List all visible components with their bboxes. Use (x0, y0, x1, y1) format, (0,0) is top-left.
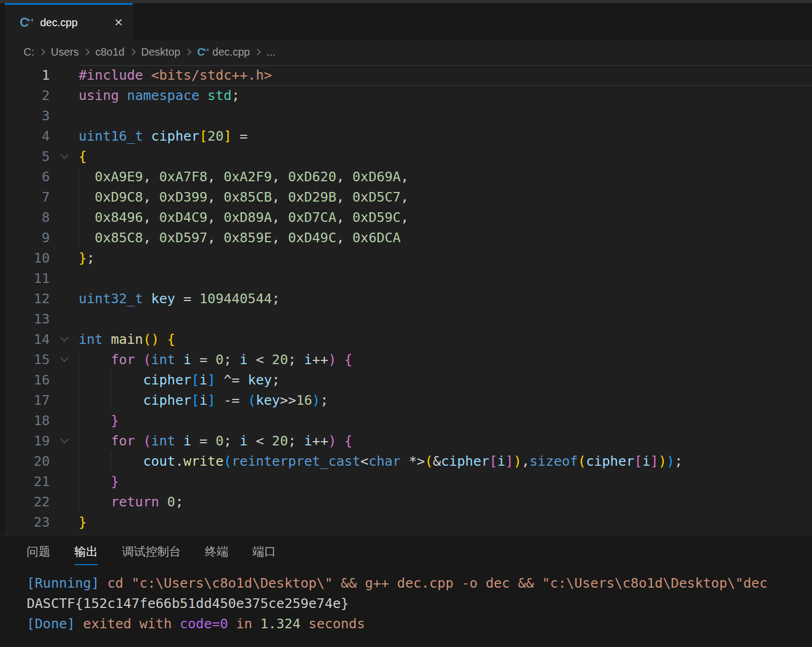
code-line-20[interactable]: 20 cout.write(reinterpret_cast<char *>(&… (5, 451, 812, 472)
code-token: i (183, 352, 191, 367)
code-token: [ (634, 453, 642, 469)
code-line-13[interactable]: 13 (5, 309, 812, 329)
code-token: ; (175, 494, 183, 510)
code-line-14[interactable]: 14int main() { (5, 329, 812, 350)
breadcrumb-item-c[interactable]: C: (24, 46, 34, 58)
code-token: cipher (143, 392, 191, 408)
code-token: ] (208, 372, 216, 388)
fold-chevron-icon[interactable] (60, 151, 68, 159)
code-token: ] (505, 453, 514, 469)
code-token: ; (224, 433, 240, 449)
line-number: 18 (5, 411, 50, 431)
code-token: 0xD4C9 (159, 210, 208, 225)
output-content[interactable]: [Running] cd "c:\Users\c8o1d\Desktop\" &… (0, 565, 812, 634)
code-line-10[interactable]: 10}; (5, 248, 812, 268)
fold-chevron-icon[interactable] (60, 334, 68, 342)
code-token: ++ (312, 352, 328, 367)
code-text: for (int i = 0; i < 20; i++) { (79, 431, 812, 451)
code-token: 109440544 (200, 291, 272, 306)
code-line-9[interactable]: 9 0x85C8, 0xD597, 0x859E, 0xD49C, 0x6DCA (5, 228, 812, 248)
code-token: i (642, 453, 650, 469)
code-token (143, 128, 151, 144)
line-number: 4 (5, 126, 50, 147)
output-token: [Running] (27, 575, 99, 591)
line-number: 13 (5, 309, 50, 329)
code-token: 0xD399 (159, 189, 208, 205)
code-line-1[interactable]: 1#include <bits/stdc++.h> (5, 65, 812, 86)
line-number: 21 (5, 472, 50, 492)
code-token: , (143, 189, 159, 205)
code-token: namespace (127, 88, 199, 103)
fold-chevron-icon[interactable] (60, 435, 68, 444)
code-line-21[interactable]: 21 } (5, 472, 812, 492)
code-token: , (272, 230, 288, 245)
code-line-18[interactable]: 18 } (5, 411, 812, 431)
code-line-15[interactable]: 15 for (int i = 0; i < 20; i++) { (5, 350, 812, 370)
breadcrumb-item-c8o1d[interactable]: c8o1d (95, 46, 125, 58)
code-line-19[interactable]: 19 for (int i = 0; i < 20; i++) { (5, 431, 812, 451)
code-token: ^= (216, 372, 248, 388)
code-line-7[interactable]: 7 0xD9C8, 0xD399, 0x85CB, 0xD29B, 0xD5C7… (5, 187, 812, 207)
panel-tab-debug-console[interactable]: 调试控制台 (122, 544, 181, 564)
code-token (79, 494, 111, 510)
line-number: 14 (5, 329, 50, 350)
breadcrumb-item-deccpp[interactable]: C++dec.cpp (197, 46, 250, 58)
cpp-file-icon: C++ (197, 46, 209, 58)
code-line-11[interactable]: 11 (5, 268, 812, 289)
code-token: [ (191, 372, 200, 388)
code-token: ; (675, 453, 683, 469)
code-line-16[interactable]: 16 cipher[i] ^= key; (5, 370, 812, 390)
indent-guide (111, 451, 111, 472)
code-token: 20 (208, 128, 224, 144)
code-token: 0x85CB (224, 189, 272, 205)
code-editor[interactable]: 1#include <bits/stdc++.h>2using namespac… (5, 64, 812, 535)
breadcrumb-label: C: (24, 46, 34, 58)
code-token: , (336, 189, 353, 205)
code-line-6[interactable]: 6 0xA9E9, 0xA7F8, 0xA2F9, 0xD620, 0xD69A… (5, 167, 812, 187)
breadcrumb-item-more[interactable]: ... (266, 46, 275, 58)
output-line: DASCTF{152c147fe66b51dd450e375ce259e74e} (27, 594, 812, 614)
code-token: } (111, 474, 119, 489)
code-token: -= (216, 392, 248, 408)
code-line-3[interactable]: 3 (5, 106, 812, 126)
code-token (143, 67, 151, 83)
code-token: i (304, 433, 312, 449)
tab-label: dec.cpp (40, 17, 78, 29)
code-token (119, 88, 127, 103)
code-line-5[interactable]: 5{ (5, 147, 812, 167)
code-text: int main() { (79, 329, 812, 350)
tab-dec-cpp[interactable]: C++ dec.cpp ✕ (5, 3, 133, 40)
code-line-4[interactable]: 4uint16_t cipher[20] = (5, 126, 812, 147)
panel-tab-output[interactable]: 输出 (74, 544, 98, 565)
code-token: ] (224, 128, 232, 144)
code-token (79, 413, 111, 428)
code-token: write (183, 453, 224, 469)
code-token: i (240, 352, 248, 367)
code-line-17[interactable]: 17 cipher[i] -= (key>>16); (5, 390, 812, 411)
fold-column (50, 492, 79, 512)
code-token: ; (87, 250, 95, 266)
output-token: in (228, 616, 260, 631)
output-token: DASCTF{152c147fe66b51dd450e375ce259e74e} (27, 596, 349, 611)
line-number: 10 (5, 248, 50, 268)
fold-column (50, 228, 79, 248)
code-token: 0xD29B (288, 189, 336, 205)
code-token: = (191, 433, 216, 449)
panel-tab-terminal[interactable]: 终端 (205, 544, 228, 564)
fold-column (50, 309, 79, 329)
code-line-22[interactable]: 22 return 0; (5, 492, 812, 512)
code-line-23[interactable]: 23} (5, 512, 812, 533)
svg-text:++: ++ (203, 47, 209, 53)
bottom-panel: 问题输出调试控制台终端端口 [Running] cd "c:\Users\c8o… (0, 535, 812, 647)
panel-tab-problems[interactable]: 问题 (27, 544, 50, 564)
fold-chevron-icon[interactable] (60, 354, 68, 363)
fold-column (50, 472, 79, 492)
breadcrumb-item-desktop[interactable]: Desktop (141, 46, 180, 58)
panel-tab-ports[interactable]: 端口 (252, 544, 276, 564)
code-line-12[interactable]: 12uint32_t key = 109440544; (5, 289, 812, 309)
code-token: , (401, 189, 409, 205)
breadcrumb-item-users[interactable]: Users (51, 46, 79, 58)
code-line-8[interactable]: 8 0x8496, 0xD4C9, 0xD89A, 0xD7CA, 0xD59C… (5, 207, 812, 228)
close-tab-icon[interactable]: ✕ (114, 17, 123, 28)
code-line-2[interactable]: 2using namespace std; (5, 86, 812, 106)
